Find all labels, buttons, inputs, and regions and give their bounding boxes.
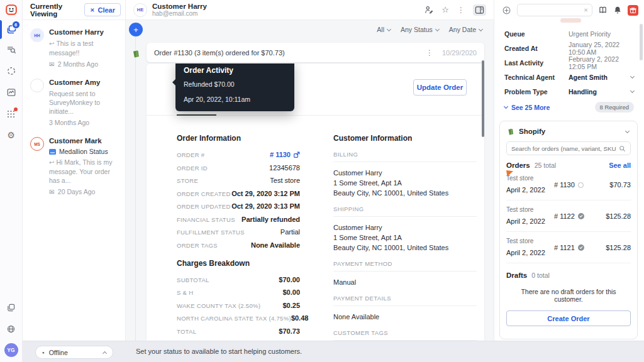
more-options-icon[interactable]: ⋮	[457, 6, 465, 14]
avatar	[30, 79, 44, 92]
globe-icon[interactable]	[0, 318, 23, 339]
chevron-down-icon	[504, 104, 508, 109]
statistics-icon[interactable]	[0, 82, 23, 103]
customer-avatar: HE	[133, 3, 147, 17]
order-activity-tooltip: Order Activity Refunded $70.00 Apr 20, 2…	[175, 63, 294, 111]
star-icon[interactable]: ☆	[441, 6, 449, 14]
timeline-line	[135, 36, 136, 341]
ticket-count-badge: 6	[12, 21, 20, 29]
section-heading: Charges Breakdown	[177, 259, 300, 268]
payment-method-section: PAYMENT METHOD Manual	[333, 260, 477, 287]
assign-agent-icon[interactable]	[424, 5, 433, 14]
create-order-button[interactable]: Create Order	[506, 310, 631, 326]
order-summary: Order #1130 (3 item(s) ordered for $70.7…	[154, 49, 285, 57]
conversation-item[interactable]: HH Customer Harry ↩This is a test messag…	[23, 20, 125, 70]
knowledge-book-icon[interactable]	[598, 6, 608, 14]
section-heading: Order Information	[177, 134, 300, 143]
drafts-header: Drafts 0 total	[506, 272, 631, 279]
message-preview: ↩Hi Mark, This is my message. Your order…	[49, 158, 120, 185]
field-row: Created AtJanuary 25, 2022 10:50 AM	[504, 41, 634, 55]
presence-dot-icon: ●	[42, 351, 45, 354]
presence-dropdown[interactable]: ● Offline	[35, 346, 113, 359]
see-more-row: See 25 More 8 Required	[494, 102, 644, 112]
avatar: MS	[30, 137, 44, 151]
message-time: 3 Months Ago	[49, 119, 120, 126]
filter-channel[interactable]: All	[377, 26, 391, 33]
shopify-icon	[506, 127, 514, 136]
clear-button[interactable]: ✕ Clear	[84, 3, 121, 16]
toggle-sidebar-icon[interactable]	[473, 4, 486, 16]
chevron-down-icon	[387, 26, 391, 31]
field-row: QueueUrgent Priority	[504, 26, 634, 41]
clear-search-icon[interactable]: ✕	[584, 7, 588, 13]
message-preview: Request sent to SurveyMonkey to initiate…	[49, 89, 120, 116]
filter-date[interactable]: Any Date	[449, 26, 482, 33]
windows-copy-icon[interactable]	[0, 297, 23, 318]
chevron-down-icon	[630, 89, 635, 93]
context-panel: ✕ QueueUrgent Priority Created AtJanuary…	[494, 0, 644, 362]
table-row: ORDER UPDATEDOct 29, 2020 3:13 PM	[177, 202, 300, 210]
see-all-link[interactable]: See all	[609, 162, 631, 169]
ticket-header: HE Customer Harry hab@email.com ☆ ⋮	[126, 0, 494, 20]
add-event-button[interactable]: +	[129, 23, 143, 36]
settings-gear-icon[interactable]: ⚙	[0, 124, 23, 146]
global-search: ✕	[517, 4, 592, 16]
shopify-timeline-icon	[131, 48, 140, 58]
table-row: ORDER TAGSNone Available	[177, 241, 300, 249]
status-message: Set your status to available to start he…	[136, 348, 302, 355]
field-row-dropdown[interactable]: Technical AgentAgent Smith	[504, 70, 634, 84]
reply-icon: ↩	[49, 159, 54, 166]
user-avatar[interactable]: YG	[4, 343, 18, 357]
conversation-item[interactable]: MS Customer Mark Medallion Status ↩Hi Ma…	[23, 129, 125, 198]
conversations-header: Currently Viewing ✕ Clear	[23, 0, 125, 20]
see-more-link[interactable]: See 25 More	[504, 104, 550, 111]
scrollbar-thumb[interactable]	[640, 24, 643, 60]
order-more-icon[interactable]: ⋮	[426, 49, 433, 57]
field-row-dropdown[interactable]: Problem TypeHandling	[504, 84, 634, 99]
order-list-item[interactable]: Test storeApril 2, 2022 # 1130 $70.73	[506, 169, 631, 200]
shopify-widget: Shopify Orders 25 total See all Test sto…	[499, 121, 638, 339]
search-tickets-icon[interactable]	[0, 39, 23, 60]
mail-icon: ✉	[49, 188, 55, 195]
gear-glyph: ⚙	[7, 131, 15, 140]
order-search-input[interactable]	[511, 145, 616, 152]
notifications-bell-icon[interactable]	[613, 6, 622, 15]
update-order-button[interactable]: Update Order	[413, 79, 467, 96]
order-list-item[interactable]: Test storeApril 2, 2022 # 1121 $125.28	[506, 232, 631, 263]
views-circle-icon[interactable]	[0, 60, 23, 82]
tooltip-detail: Refunded $70.00	[184, 80, 286, 88]
avatar: HH	[30, 28, 44, 42]
billing-section: BILLING Customer Harry 1 Some Street, Ap…	[333, 151, 477, 198]
whats-new-gift-icon[interactable]	[628, 5, 638, 16]
conversation-list-panel: Currently Viewing ✕ Clear HH Customer Ha…	[23, 0, 126, 341]
order-number-link[interactable]: # 1130	[270, 151, 300, 158]
customer-name: Customer Harry	[152, 3, 207, 10]
required-badge: 8 Required	[595, 102, 634, 112]
circle-plus-icon[interactable]	[502, 6, 511, 15]
mail-icon: ✉	[49, 60, 55, 68]
order-event-bar[interactable]: Order #1130 (3 item(s) ordered for $70.7…	[147, 43, 484, 62]
payment-details-section: PAYMENT DETAILS None Available	[333, 295, 477, 322]
table-row: WAKE COUNTY TAX (2.50%)$0.25	[177, 302, 300, 309]
clear-label: Clear	[97, 6, 115, 14]
gorgias-logo[interactable]	[0, 0, 23, 20]
orders-header: Orders 25 total See all	[506, 162, 631, 169]
close-icon: ✕	[90, 7, 94, 13]
customer-name: Customer Mark	[49, 137, 120, 145]
order-list-item[interactable]: Test storeApril 2, 2022 # 1122 $125.28	[506, 200, 631, 232]
filters-row: All Any Status Any Date	[377, 26, 482, 33]
order-date: 10/29/2020	[442, 49, 477, 57]
shipping-section: SHIPPING Customer Harry 1 Some Street, A…	[333, 206, 477, 253]
tooltip-title: Order Activity	[184, 66, 286, 75]
global-search-input[interactable]	[521, 7, 581, 14]
shopify-widget-header[interactable]: Shopify	[506, 127, 631, 136]
order-information-column: Order Information ORDER # # 1130 ORDER I…	[177, 134, 300, 340]
filter-status[interactable]: Any Status	[401, 26, 439, 33]
apps-notification-dot	[14, 107, 18, 111]
order-search	[506, 141, 631, 155]
conversation-item[interactable]: Customer Amy Request sent to SurveyMonke…	[23, 70, 125, 129]
tickets-nav-icon[interactable]: 6	[0, 20, 23, 39]
customer-information-column: Customer Information BILLING Customer Ha…	[333, 134, 477, 343]
apps-grid-icon[interactable]	[0, 103, 23, 124]
scrollbar-thumb[interactable]	[482, 60, 484, 137]
